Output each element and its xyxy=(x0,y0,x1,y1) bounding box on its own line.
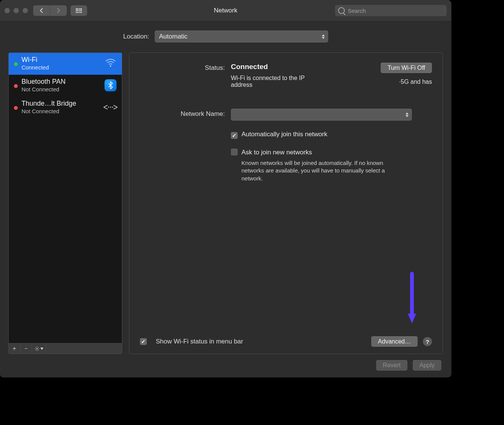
zoom-window-icon[interactable] xyxy=(23,8,28,13)
auto-join-label: Automatically join this network xyxy=(241,131,327,138)
svg-point-3 xyxy=(36,348,38,350)
ask-join-description: Known networks will be joined automatica… xyxy=(241,159,404,182)
status-value: Connected xyxy=(231,63,318,71)
help-button[interactable]: ? xyxy=(423,337,432,346)
nav-buttons xyxy=(33,5,67,16)
interface-name: Wi-Fi xyxy=(22,56,99,64)
bluetooth-icon xyxy=(103,79,118,91)
back-button[interactable] xyxy=(33,5,50,16)
add-interface-button[interactable]: ＋ xyxy=(9,343,20,354)
toolbar: Network xyxy=(0,0,451,22)
status-dot-icon xyxy=(14,84,18,88)
traffic-lights xyxy=(5,8,28,13)
interface-name: Thunde…lt Bridge xyxy=(22,100,99,108)
content-area: Location: Automatic Wi-Fi Connected xyxy=(0,22,451,377)
location-select[interactable]: Automatic xyxy=(155,31,328,43)
detail-panel: Status: Connected Wi-Fi is connected to … xyxy=(129,52,443,354)
search-icon xyxy=(338,7,345,14)
network-name-label: Network Name: xyxy=(140,109,231,121)
toggle-wifi-button[interactable]: Turn Wi-Fi Off xyxy=(381,63,432,73)
status-dot-icon xyxy=(14,62,18,66)
interface-item-bluetooth[interactable]: Bluetooth PAN Not Connected xyxy=(9,75,122,97)
interface-item-thunderbolt[interactable]: Thunde…lt Bridge Not Connected xyxy=(9,97,122,119)
show-all-button[interactable] xyxy=(71,5,87,16)
interface-status: Connected xyxy=(22,64,99,71)
close-window-icon[interactable] xyxy=(5,8,10,13)
grid-icon xyxy=(76,8,82,13)
status-row: Status: Connected Wi-Fi is connected to … xyxy=(140,63,432,88)
interface-item-wifi[interactable]: Wi-Fi Connected xyxy=(9,53,122,75)
ask-join-checkbox[interactable] xyxy=(231,149,238,156)
status-dot-icon xyxy=(14,106,18,110)
svg-point-2 xyxy=(112,106,113,108)
search-field[interactable] xyxy=(335,5,447,16)
show-status-label: Show Wi-Fi status in menu bar xyxy=(156,338,366,345)
footer-bar: Revert Apply xyxy=(8,354,443,371)
status-extra: ·5G and has xyxy=(384,79,432,85)
svg-point-0 xyxy=(108,106,109,108)
location-value: Automatic xyxy=(159,33,188,40)
status-description: Wi-Fi is connected to the IP address xyxy=(231,75,318,88)
status-label: Status: xyxy=(140,63,231,88)
auto-join-checkbox-row[interactable]: Automatically join this network xyxy=(231,131,432,139)
chevron-up-down-icon xyxy=(403,109,411,120)
detail-bottom-row: Show Wi-Fi status in menu bar Advanced… … xyxy=(140,336,432,347)
revert-button[interactable]: Revert xyxy=(376,360,407,371)
forward-button[interactable] xyxy=(50,5,67,16)
minimize-window-icon[interactable] xyxy=(14,8,19,13)
ask-join-label: Ask to join new networks xyxy=(241,149,312,156)
chevron-up-down-icon xyxy=(319,31,327,42)
interface-actions-button[interactable] xyxy=(32,343,46,354)
interface-sidebar: Wi-Fi Connected Bluetooth PAN Not Connec… xyxy=(8,52,122,354)
location-label: Location: xyxy=(123,33,149,40)
svg-point-1 xyxy=(110,106,111,108)
network-name-select[interactable] xyxy=(231,109,412,121)
wifi-icon xyxy=(103,59,118,68)
advanced-button[interactable]: Advanced… xyxy=(371,336,418,347)
show-status-checkbox[interactable] xyxy=(140,338,147,345)
auto-join-checkbox[interactable] xyxy=(231,132,238,139)
location-row: Location: Automatic xyxy=(8,31,443,43)
interface-list: Wi-Fi Connected Bluetooth PAN Not Connec… xyxy=(9,53,122,343)
interface-status: Not Connected xyxy=(22,86,99,92)
network-name-row: Network Name: xyxy=(140,109,432,121)
search-input[interactable] xyxy=(347,7,444,14)
ask-join-checkbox-row[interactable]: Ask to join new networks xyxy=(231,149,432,156)
apply-button[interactable]: Apply xyxy=(413,360,441,371)
thunderbolt-bridge-icon xyxy=(103,103,118,112)
interface-status: Not Connected xyxy=(22,108,99,114)
remove-interface-button[interactable]: － xyxy=(20,343,32,354)
network-prefs-window: Network Location: Automatic Wi-Fi xyxy=(0,0,451,377)
interface-name: Bluetooth PAN xyxy=(22,78,99,86)
sidebar-footer: ＋ － xyxy=(9,343,122,354)
